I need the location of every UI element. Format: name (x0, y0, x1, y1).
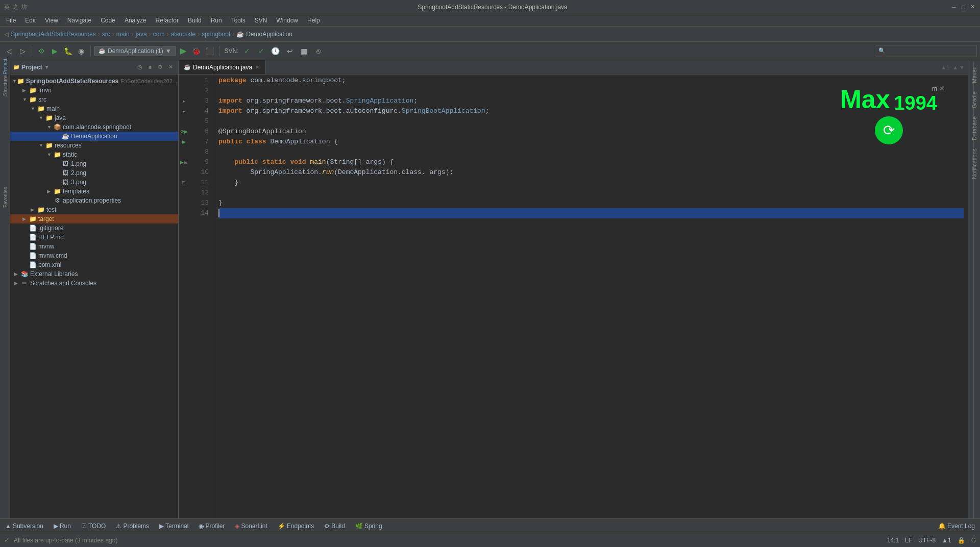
menu-build[interactable]: Build (184, 16, 206, 25)
project-close[interactable]: ✕ (166, 63, 175, 72)
editor-content[interactable]: ▸ ▸ ⚙ ▶ ▶ ▶ ⊟ ⊟ (179, 74, 968, 518)
maximize-button[interactable]: □ (960, 4, 967, 11)
tree-helpmd[interactable]: ▶ 📄 HELP.md (10, 233, 178, 242)
tree-main[interactable]: ▼ 📁 main (10, 104, 178, 113)
tree-resources[interactable]: ▼ 📁 resources (10, 141, 178, 150)
menu-refactor[interactable]: Refactor (152, 16, 183, 25)
bottom-profiler[interactable]: ◉ Profiler (197, 523, 227, 530)
tree-gitignore[interactable]: ▶ 📄 .gitignore (10, 223, 178, 233)
tree-app-props[interactable]: ▶ ⚙ application.properties (10, 196, 178, 205)
bottom-todo[interactable]: ☑ TODO (79, 523, 108, 530)
toolbar-back[interactable]: ◁ (3, 45, 15, 57)
gutter-fold9-icon[interactable]: ⊟ (184, 160, 188, 165)
line-ending[interactable]: LF (905, 537, 912, 544)
gutter-fold11-icon[interactable]: ⊟ (182, 180, 186, 185)
tree-mvn[interactable]: ▶ 📁 .mvn (10, 86, 178, 95)
maven-panel-tab[interactable]: Maven (969, 62, 979, 87)
tree-src[interactable]: ▼ 📁 src (10, 95, 178, 104)
breadcrumb-springboot[interactable]: springboot (202, 31, 230, 38)
event-log-tab[interactable]: 🔔 Event Log (936, 523, 977, 530)
bottom-build[interactable]: ⚙ Build (322, 523, 347, 530)
tree-mvnwcmd[interactable]: ▶ 📄 mvnw.cmd (10, 251, 178, 260)
minimize-button[interactable]: ─ (950, 4, 958, 11)
package-arrow[interactable]: ▼ (47, 125, 53, 130)
tree-1png[interactable]: ▶ 🖼 1.png (10, 159, 178, 168)
main-arrow[interactable]: ▼ (31, 106, 37, 111)
run-config-selector[interactable]: ☕ DemoApplication (1) ▼ (94, 46, 176, 56)
tree-2png[interactable]: ▶ 🖼 2.png (10, 168, 178, 178)
toolbar-stop-btn[interactable]: ⬛ (204, 45, 216, 57)
project-icon[interactable]: Project (1, 62, 9, 70)
breadcrumb-project[interactable]: SpringbootAddStaticResources (11, 31, 96, 38)
bottom-terminal[interactable]: ▶ Terminal (157, 523, 190, 530)
svn-revert[interactable]: ↩ (284, 45, 296, 57)
bottom-spring[interactable]: 🌿 Spring (353, 523, 384, 530)
encoding[interactable]: UTF-8 (918, 537, 936, 544)
project-options[interactable]: ⚙ (156, 63, 165, 72)
menu-help[interactable]: Help (303, 16, 324, 25)
code-line-14[interactable] (218, 208, 964, 218)
svn-update[interactable]: ✓ (241, 45, 253, 57)
gutter-run-icon[interactable]: ▶ (184, 129, 188, 134)
gutter-run9-icon[interactable]: ▶ (180, 160, 184, 165)
toolbar-debug-btn[interactable]: 🐞 (190, 45, 203, 57)
tree-java[interactable]: ▼ 📁 java (10, 113, 178, 122)
tree-pomxml[interactable]: ▶ 📄 pom.xml (10, 260, 178, 269)
tab-close-btn[interactable]: ✕ (254, 64, 260, 70)
menu-analyze[interactable]: Analyze (120, 16, 151, 25)
project-collapse[interactable]: ≡ (145, 63, 155, 72)
root-arrow[interactable]: ▼ (12, 79, 17, 84)
toolbar-search[interactable]: 🔍 (875, 45, 977, 57)
bottom-problems[interactable]: ⚠ Problems (114, 523, 151, 530)
test-arrow[interactable]: ▶ (31, 207, 37, 212)
breadcrumb-class[interactable]: DemoApplication (246, 31, 292, 38)
menu-view[interactable]: View (41, 16, 62, 25)
cursor-position[interactable]: 14:1 (887, 537, 899, 544)
resources-arrow[interactable]: ▼ (39, 143, 45, 148)
tree-mvnw[interactable]: ▶ 📄 mvnw (10, 242, 178, 251)
bottom-run[interactable]: ▶ Run (52, 523, 73, 530)
mvn-arrow[interactable]: ▶ (22, 88, 29, 93)
gutter-run7-icon[interactable]: ▶ (182, 139, 186, 144)
breadcrumb-java[interactable]: java (136, 31, 147, 38)
scratches-arrow[interactable]: ▶ (14, 281, 20, 286)
project-locate[interactable]: ◎ (135, 63, 144, 72)
toolbar-forward[interactable]: ▷ (16, 45, 29, 57)
tree-templates[interactable]: ▶ 📁 templates (10, 187, 178, 196)
svn-history[interactable]: 🕐 (270, 45, 282, 57)
target-arrow[interactable]: ▶ (22, 216, 29, 221)
tree-root[interactable]: ▼ 📁 SpringbootAddStaticResources F:\Soft… (10, 77, 178, 86)
svn-share[interactable]: ⎋ (312, 45, 325, 57)
toolbar-run-btn[interactable]: ▶ (177, 45, 189, 57)
scroll-up[interactable]: ▲ (952, 64, 958, 70)
structure-icon[interactable]: Structure (1, 82, 9, 90)
popup-close-btn[interactable]: ✕ (939, 85, 945, 92)
tree-static[interactable]: ▼ 📁 static (10, 150, 178, 159)
bottom-subversion[interactable]: ▲ Subversion (3, 523, 45, 530)
templates-arrow[interactable]: ▶ (47, 189, 53, 194)
external-arrow[interactable]: ▶ (14, 271, 20, 277)
toolbar-build[interactable]: ⚙ (35, 45, 47, 57)
bottom-endpoints[interactable]: ⚡ Endpoints (276, 523, 316, 530)
tree-target[interactable]: ▶ 📁 target (10, 214, 178, 223)
menu-tools[interactable]: Tools (227, 16, 250, 25)
notifications-panel-tab[interactable]: Notifications (969, 144, 979, 183)
toolbar-run-green[interactable]: ▶ (48, 45, 61, 57)
breadcrumb-main[interactable]: main (116, 31, 130, 38)
toolbar-coverage[interactable]: ◉ (75, 45, 87, 57)
menu-edit[interactable]: Edit (21, 16, 40, 25)
menu-window[interactable]: Window (272, 16, 302, 25)
tree-demo-app[interactable]: ▶ ☕ DemoApplication (10, 132, 178, 141)
svn-commit[interactable]: ✓ (255, 45, 267, 57)
menu-file[interactable]: File (2, 16, 20, 25)
menu-svn[interactable]: SVN (251, 16, 272, 25)
menu-run[interactable]: Run (207, 16, 226, 25)
menu-navigate[interactable]: Navigate (63, 16, 95, 25)
tree-scratches[interactable]: ▶ ✏ Scratches and Consoles (10, 279, 178, 288)
tree-external-libs[interactable]: ▶ 📚 External Libraries (10, 269, 178, 279)
menu-code[interactable]: Code (96, 16, 119, 25)
favorites-icon[interactable]: Favorites (1, 193, 9, 201)
tree-package[interactable]: ▼ 📦 com.alancode.springboot (10, 122, 178, 132)
gradle-panel-tab[interactable]: Gradle (969, 87, 979, 112)
tree-3png[interactable]: ▶ 🖼 3.png (10, 178, 178, 187)
